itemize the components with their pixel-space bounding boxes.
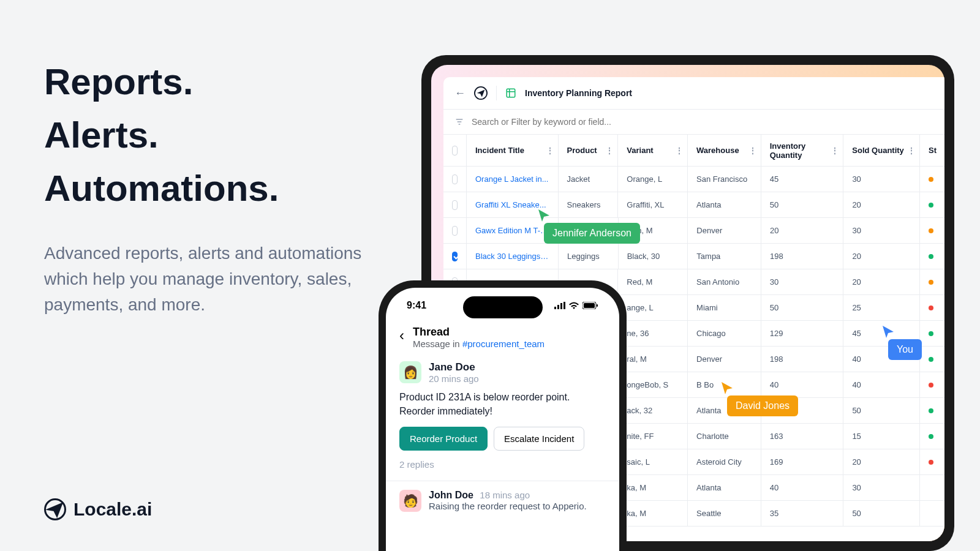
status-dot-icon bbox=[929, 357, 933, 362]
collaborator-cursor-green: Jennifer Anderson bbox=[537, 208, 640, 244]
svg-rect-13 bbox=[584, 303, 595, 308]
cell-status bbox=[920, 347, 944, 372]
message-author: John Doe bbox=[429, 490, 473, 500]
row-checkbox[interactable] bbox=[443, 244, 467, 269]
col-inventory-qty[interactable]: Inventory Quantity⋮ bbox=[761, 135, 844, 166]
column-menu-icon[interactable]: ⋮ bbox=[831, 146, 839, 156]
wifi-icon bbox=[569, 302, 579, 309]
cell-sold-qty: 20 bbox=[843, 269, 920, 294]
column-menu-icon[interactable]: ⋮ bbox=[748, 146, 757, 156]
cell-status bbox=[920, 192, 944, 217]
column-menu-icon[interactable]: ⋮ bbox=[675, 146, 684, 156]
cell-incident-title[interactable]: Black 30 Leggings i... bbox=[467, 244, 559, 269]
row-checkbox[interactable] bbox=[443, 192, 467, 217]
column-menu-icon[interactable]: ⋮ bbox=[546, 146, 554, 156]
cell-inventory-qty: 50 bbox=[761, 295, 844, 320]
cell-inventory-qty: 45 bbox=[761, 167, 844, 192]
collaborator-cursor-you: You bbox=[881, 324, 922, 360]
cell-status bbox=[920, 449, 944, 474]
cell-product: Jacket bbox=[559, 167, 619, 192]
cell-inventory-qty: 169 bbox=[761, 449, 844, 474]
back-icon[interactable]: ‹ bbox=[399, 327, 404, 344]
headline-line-1: Reports. bbox=[44, 55, 363, 108]
search-bar bbox=[443, 110, 944, 135]
cell-status bbox=[920, 372, 944, 397]
svg-rect-10 bbox=[560, 303, 562, 309]
cell-status bbox=[920, 398, 944, 423]
cell-warehouse: Charlotte bbox=[688, 424, 761, 449]
column-menu-icon[interactable]: ⋮ bbox=[907, 146, 916, 156]
table-row[interactable]: Orange L Jacket in...JacketOrange, LSan … bbox=[443, 167, 944, 192]
col-incident-title[interactable]: Incident Title⋮ bbox=[467, 135, 559, 166]
table-row[interactable]: Gawx Edition M T-s...ition, MDenver2030 bbox=[443, 218, 944, 244]
cell-variant: Black, 30 bbox=[619, 244, 688, 269]
cursor-icon bbox=[881, 324, 895, 339]
cell-sold-qty: 50 bbox=[843, 501, 920, 526]
cell-inventory-qty: 50 bbox=[761, 192, 844, 217]
app-logo-icon bbox=[474, 86, 488, 100]
reorder-button[interactable]: Reorder Product bbox=[399, 427, 488, 451]
brand-logo: Locale.ai bbox=[44, 498, 152, 520]
col-status[interactable]: St bbox=[920, 135, 944, 166]
cell-warehouse: Seattle bbox=[688, 501, 761, 526]
divider bbox=[496, 86, 497, 100]
row-checkbox[interactable] bbox=[443, 218, 467, 243]
marketing-panel: Reports. Alerts. Automations. Advanced r… bbox=[44, 55, 363, 318]
status-dot-icon bbox=[929, 383, 933, 388]
headline-line-3: Automations. bbox=[44, 162, 363, 215]
phone-screen: 9:41 ‹ Thread Message in #procurement_te… bbox=[386, 288, 619, 551]
search-input[interactable] bbox=[472, 117, 933, 127]
cell-status bbox=[920, 218, 944, 243]
battery-icon bbox=[582, 302, 598, 309]
cell-product: Leggings bbox=[559, 244, 619, 269]
cell-incident-title[interactable]: Orange L Jacket in... bbox=[467, 167, 559, 192]
col-sold-qty[interactable]: Sold Quantity⋮ bbox=[843, 135, 920, 166]
cell-warehouse: Denver bbox=[688, 347, 761, 372]
cell-inventory-qty: 35 bbox=[761, 501, 844, 526]
collaborator-cursor-orange: David Jones bbox=[720, 381, 798, 416]
table-row[interactable]: Graffiti XL Sneake...SneakersGraffiti, X… bbox=[443, 192, 944, 218]
col-variant[interactable]: Variant⋮ bbox=[618, 135, 688, 166]
row-checkbox[interactable] bbox=[443, 167, 467, 192]
phone-status-icons bbox=[554, 300, 598, 311]
cursor-icon bbox=[720, 381, 734, 395]
cell-inventory-qty: 40 bbox=[761, 475, 844, 500]
message-body: Product ID 231A is below reorder point. … bbox=[399, 390, 606, 418]
cursor-label: You bbox=[888, 339, 922, 360]
cell-inventory-qty: 198 bbox=[761, 244, 844, 269]
message-timestamp: 18 mins ago bbox=[480, 490, 530, 500]
filter-icon[interactable] bbox=[454, 117, 464, 127]
status-dot-icon bbox=[929, 177, 933, 182]
replies-count[interactable]: 2 replies bbox=[399, 459, 606, 470]
thread-subtitle: Message in #procurement_team bbox=[413, 339, 545, 349]
cell-sold-qty: 40 bbox=[843, 372, 920, 397]
cell-warehouse: Atlanta bbox=[688, 192, 761, 217]
escalate-button[interactable]: Escalate Incident bbox=[494, 427, 584, 451]
cursor-icon bbox=[537, 208, 551, 223]
message-author: Jane Doe bbox=[429, 361, 479, 373]
cell-status bbox=[920, 475, 944, 500]
cell-inventory-qty: 129 bbox=[761, 321, 844, 346]
status-dot-icon bbox=[929, 305, 933, 310]
cell-inventory-qty: 30 bbox=[761, 269, 844, 294]
col-warehouse[interactable]: Warehouse⋮ bbox=[688, 135, 761, 166]
channel-link[interactable]: #procurement_team bbox=[462, 339, 545, 349]
cell-warehouse: Chicago bbox=[688, 321, 761, 346]
cell-sold-qty: 20 bbox=[843, 192, 920, 217]
status-dot-icon bbox=[929, 434, 933, 439]
action-buttons: Reorder Product Escalate Incident bbox=[399, 427, 606, 451]
column-menu-icon[interactable]: ⋮ bbox=[605, 146, 614, 156]
select-all-checkbox[interactable] bbox=[443, 135, 467, 166]
phone-device-frame: 9:41 ‹ Thread Message in #procurement_te… bbox=[379, 280, 627, 551]
table-row[interactable]: Black 30 Leggings i...LeggingsBlack, 30T… bbox=[443, 244, 944, 269]
cell-variant: Orange, L bbox=[618, 167, 688, 192]
page-title: Inventory Planning Report bbox=[525, 88, 632, 98]
message: 👩 Jane Doe 20 mins ago Product ID 231A i… bbox=[386, 359, 619, 478]
col-product[interactable]: Product⋮ bbox=[559, 135, 619, 166]
avatar: 👩 bbox=[399, 361, 421, 383]
status-dot-icon bbox=[929, 408, 933, 413]
back-icon[interactable]: ← bbox=[454, 87, 466, 100]
message-body: Raising the reorder request to Apperio. bbox=[429, 501, 587, 511]
phone-time: 9:41 bbox=[407, 300, 426, 311]
cell-variant: ral, M bbox=[618, 347, 688, 372]
